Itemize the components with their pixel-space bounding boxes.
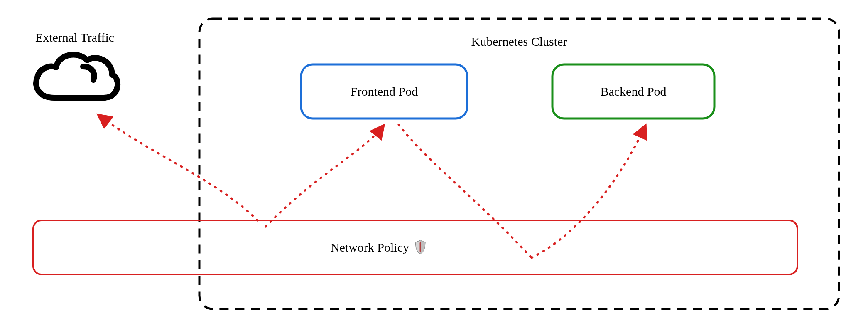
network-policy-box xyxy=(33,220,797,274)
shield-icon xyxy=(415,240,425,254)
arrow-to-backend xyxy=(532,125,646,258)
network-policy-label: Network Policy xyxy=(331,240,409,254)
arrow-to-external xyxy=(98,114,257,220)
external-traffic-label: External Traffic xyxy=(35,30,114,44)
arrow-to-frontend xyxy=(266,125,384,227)
arrow-dip-left xyxy=(399,125,532,258)
cluster-title: Kubernetes Cluster xyxy=(471,35,567,48)
cloud-icon xyxy=(36,54,118,98)
cluster-container xyxy=(199,19,839,309)
backend-pod-label: Backend Pod xyxy=(600,84,666,98)
diagram-canvas: External Traffic Kubernetes Cluster Fron… xyxy=(0,0,868,331)
frontend-pod-label: Frontend Pod xyxy=(351,84,418,98)
